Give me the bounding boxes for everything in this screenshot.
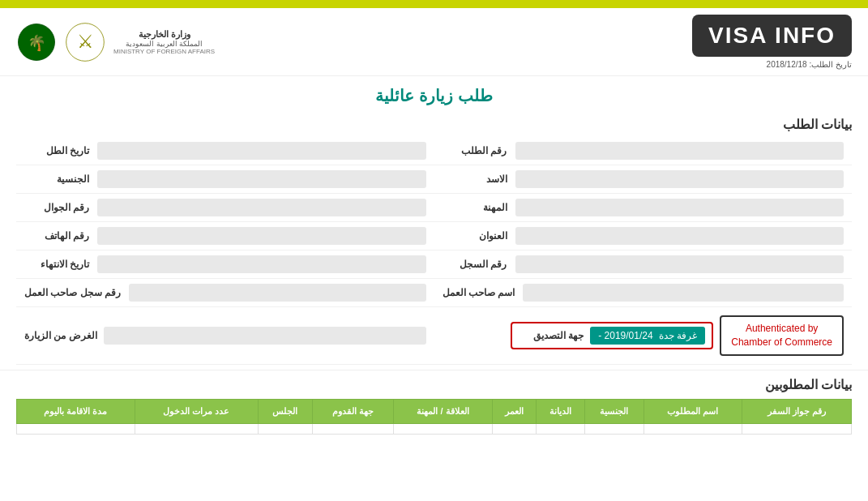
field-expiry-date-value <box>97 255 426 273</box>
field-nationality-value <box>97 170 426 188</box>
field-profession-value <box>515 199 844 216</box>
required-persons-table-area: رقم جواز السفر اسم المطلوب الجنسية الديا… <box>0 399 868 435</box>
cell-session <box>258 423 312 434</box>
cell-nationality <box>584 423 644 434</box>
field-request-number: رقم الطلب <box>434 137 853 165</box>
visa-info-badge: VISA INFO <box>692 15 852 57</box>
ministry-country: المملكة العربية السعودية <box>126 40 203 48</box>
form-row-3: المهنة رقم الجوال <box>16 194 852 222</box>
field-purpose-value <box>104 327 426 345</box>
label-address: العنوان <box>443 230 507 242</box>
request-data-content: رقم الطلب تاريخ الطل الاسد الجنسية المهن… <box>0 137 868 365</box>
table-header-row: رقم جواز السفر اسم المطلوب الجنسية الديا… <box>17 399 852 423</box>
authenticated-line2: Chamber of Commerce <box>731 336 832 348</box>
header-date: تاريخ الطلب: 2018/12/18 <box>767 60 852 69</box>
cell-religion <box>536 423 584 434</box>
col-age: العمر <box>493 399 536 423</box>
cell-duration <box>17 423 135 434</box>
label-nationality: الجنسية <box>24 173 89 185</box>
field-employer-record-value <box>129 284 425 302</box>
form-row-6: اسم صاحب العمل رقم سجل صاحب العمل <box>16 279 852 307</box>
cell-age <box>493 423 536 434</box>
field-lion: الاسد <box>434 165 853 193</box>
ministry-name-ar: وزارة الخارجية <box>139 29 190 40</box>
field-request-date-value <box>97 142 426 160</box>
saudi-emblem-icon: 🌴 <box>16 22 57 62</box>
label-phone: رقم الهاتف <box>24 230 89 242</box>
cell-origin <box>312 423 393 434</box>
field-request-date: تاريخ الطل <box>16 137 434 165</box>
required-persons-table: رقم جواز السفر اسم المطلوب الجنسية الديا… <box>16 399 852 435</box>
field-employer-name-value <box>523 284 844 302</box>
form-row-1: رقم الطلب تاريخ الطل <box>16 137 852 165</box>
form-row-5: رقم السجل تاريخ الانتهاء <box>16 250 852 279</box>
label-profession: المهنة <box>443 202 507 213</box>
auth-chamber-name: غرفة جدة <box>659 330 697 341</box>
label-employer-record: رقم سجل صاحب العمل <box>24 287 121 298</box>
col-entries: عدد مرات الدخول <box>135 399 258 423</box>
field-profession: المهنة <box>434 194 853 221</box>
cell-entries <box>135 423 258 434</box>
page-header: VISA INFO تاريخ الطلب: 2018/12/18 وزارة … <box>0 8 868 76</box>
field-nationality: الجنسية <box>16 165 434 193</box>
ministry-emblem-icon: ⚔ <box>65 22 105 62</box>
authenticated-box: Authenticated by Chamber of Commerce <box>720 315 844 356</box>
table-row <box>17 423 852 434</box>
field-employer-record: رقم سجل صاحب العمل <box>16 279 434 306</box>
label-employer-name: اسم صاحب العمل <box>443 287 515 298</box>
col-name: اسم المطلوب <box>644 399 742 423</box>
field-expiry-date: تاريخ الانتهاء <box>16 250 434 278</box>
label-expiry-date: تاريخ الانتهاء <box>24 259 89 270</box>
field-phone-value <box>97 227 426 245</box>
purpose-cell: الغرض من الزيارة <box>16 322 434 349</box>
auth-cell: Authenticated by Chamber of Commerce غرف… <box>434 310 853 361</box>
label-purpose: الغرض من الزيارة <box>24 330 97 341</box>
col-origin: جهة القدوم <box>312 399 393 423</box>
ministry-name-en: MINISTRY OF FOREIGN AFFAIRS <box>113 48 215 55</box>
auth-date: 2019/01/24 - <box>598 330 652 341</box>
field-address: العنوان <box>434 222 853 250</box>
form-row-2: الاسد الجنسية <box>16 165 852 194</box>
field-request-number-value <box>515 142 844 160</box>
ministry-text: وزارة الخارجية المملكة العربية السعودية … <box>113 29 215 55</box>
field-lion-value <box>515 170 844 188</box>
label-request-date: تاريخ الطل <box>24 145 89 156</box>
col-nationality: الجنسية <box>584 399 644 423</box>
col-religion: الديانة <box>536 399 584 423</box>
col-duration: مدة الاقامة باليوم <box>17 399 135 423</box>
cell-name <box>644 423 742 434</box>
form-row-auth: Authenticated by Chamber of Commerce غرف… <box>16 307 852 365</box>
col-passport: رقم جواز السفر <box>742 399 851 423</box>
col-session: الجلس <box>258 399 312 423</box>
auth-certification-box: غرفة جدة 2019/01/24 - جهة التصديق <box>511 322 713 349</box>
header-left: VISA INFO تاريخ الطلب: 2018/12/18 <box>692 15 852 69</box>
col-relation: العلاقة / المهنة <box>393 399 492 423</box>
label-auth-certification: جهة التصديق <box>519 330 584 341</box>
cell-passport <box>742 423 851 434</box>
svg-text:🌴: 🌴 <box>28 33 46 51</box>
required-persons-tbody <box>17 423 852 434</box>
field-employer-name: اسم صاحب العمل <box>434 279 853 306</box>
field-mobile: رقم الجوال <box>16 194 434 221</box>
label-request-number: رقم الطلب <box>443 145 507 156</box>
label-lion: الاسد <box>443 173 507 185</box>
field-phone: رقم الهاتف <box>16 222 434 250</box>
authenticated-line1: Authenticated by <box>746 323 818 334</box>
request-data-section-title: بيانات الطلب <box>0 112 868 137</box>
auth-chamber-badge: غرفة جدة 2019/01/24 - <box>590 327 705 345</box>
label-record-number: رقم السجل <box>443 259 507 270</box>
required-persons-section-title: بيانات المطلوبين <box>0 370 868 396</box>
form-row-4: العنوان رقم الهاتف <box>16 222 852 250</box>
field-record-number-value <box>515 255 844 273</box>
ministry-logo-area: وزارة الخارجية المملكة العربية السعودية … <box>16 22 215 62</box>
label-mobile: رقم الجوال <box>24 202 89 213</box>
svg-text:⚔: ⚔ <box>77 30 94 51</box>
field-record-number: رقم السجل <box>434 250 853 278</box>
top-color-bar <box>0 0 868 8</box>
cell-relation <box>393 423 492 434</box>
page-title: طلب زيارة عائلية <box>0 76 868 112</box>
field-mobile-value <box>97 199 426 216</box>
field-address-value <box>515 227 844 245</box>
